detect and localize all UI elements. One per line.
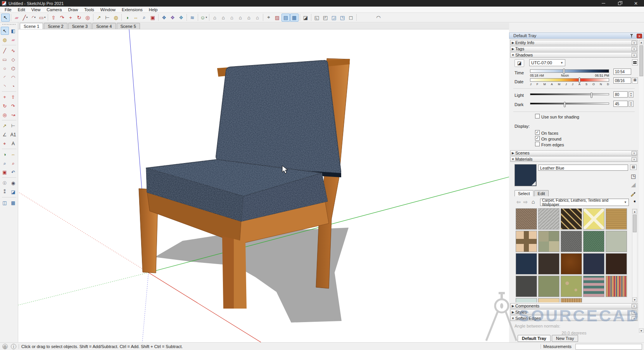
position-camera-tool[interactable]: ☉: [1, 179, 9, 187]
right-view-tool[interactable]: ⌂: [236, 14, 245, 22]
paint-bucket-tool[interactable]: ◍: [1, 36, 9, 44]
tape-measure-tool[interactable]: ↗: [95, 14, 103, 22]
panel-close-icon[interactable]: x: [632, 151, 637, 155]
pan-tool[interactable]: ⇔: [9, 150, 17, 158]
swatch-wallpaper-blue-scroll[interactable]: [516, 298, 537, 302]
push-pull-tool[interactable]: ⇧: [9, 93, 17, 101]
panel-close-icon[interactable]: x: [632, 316, 637, 321]
dropdown-caret-icon[interactable]: ▾: [26, 16, 28, 19]
time-value-field[interactable]: 10:54: [613, 69, 631, 75]
swatch-fabric-stripe-tan[interactable]: [561, 298, 582, 302]
date-value-field[interactable]: 08/16: [613, 77, 631, 84]
swatch-fabric-olive[interactable]: [538, 276, 559, 297]
two-point-arc-tool[interactable]: ◠: [9, 73, 17, 81]
text-tool[interactable]: A1: [9, 130, 17, 139]
previous-view-tool[interactable]: ↶: [9, 168, 17, 176]
swatch-leather-dark-brown[interactable]: [538, 253, 559, 275]
circle-tool[interactable]: ○: [1, 64, 9, 72]
swatch-tapestry-cross[interactable]: [516, 231, 537, 252]
look-at-tool[interactable]: ⌖: [264, 14, 273, 22]
menu-tools[interactable]: Tools: [81, 7, 97, 12]
zoom-window-tool[interactable]: ⌕: [9, 159, 17, 167]
pin-icon[interactable]: [630, 34, 634, 38]
select-tool[interactable]: ↖: [1, 27, 9, 35]
toggle-shadows-button[interactable]: ◪: [515, 59, 524, 67]
menu-extensions[interactable]: Extensions: [119, 7, 146, 12]
walk-tool[interactable]: ⁑: [1, 188, 9, 196]
toolbar-drag-handle[interactable]: [2, 24, 16, 25]
3d-text-tool[interactable]: A: [9, 139, 17, 148]
section-display-tool[interactable]: ◫: [1, 199, 9, 207]
protractor-tool[interactable]: ∠: [1, 130, 9, 139]
materials-scrollbar[interactable]: ▲ ▼: [632, 209, 637, 302]
scroll-up-icon[interactable]: ▲: [632, 209, 637, 214]
zoom-extents-tool[interactable]: ▣: [1, 168, 9, 176]
user-account-tool[interactable]: ☺▾: [199, 14, 208, 22]
dropdown-caret-icon[interactable]: ▾: [34, 16, 36, 19]
dark-spinner[interactable]: ▲▼: [628, 101, 634, 107]
section-plane-tool[interactable]: ◪: [9, 188, 17, 196]
show-details-button[interactable]: [632, 59, 638, 65]
shadow-settings-tool[interactable]: ◪: [301, 14, 310, 22]
panel-entity-info[interactable]: ▶ Entity Info x: [510, 40, 638, 45]
3d-warehouse-tool[interactable]: ❖: [160, 14, 168, 22]
menu-help[interactable]: Help: [146, 7, 161, 12]
material-preview[interactable]: [515, 164, 537, 186]
swatch-fabric-floral-rows[interactable]: [583, 276, 604, 297]
look-around-tool[interactable]: ◉: [9, 179, 17, 187]
minimize-button[interactable]: [595, 0, 611, 7]
date-slider[interactable]: [530, 78, 609, 82]
light-spinner[interactable]: ▲▼: [628, 91, 634, 98]
swatch-carpet-tile-sage[interactable]: [538, 231, 559, 252]
swatch-wallpaper-yellow-cross[interactable]: [583, 208, 604, 230]
swatch-leather-espresso[interactable]: [606, 253, 627, 275]
make-component-tool[interactable]: ◧: [9, 27, 17, 35]
menu-draw[interactable]: Draw: [65, 7, 81, 12]
subtract-tool[interactable]: ◲: [330, 14, 338, 22]
material-category-select[interactable]: Carpet, Fabrics, Leathers, Textiles and …: [540, 199, 629, 206]
tray-tab-default-tray[interactable]: Default Tray: [518, 335, 551, 342]
home-icon[interactable]: ⌂: [532, 199, 535, 205]
tray-title-bar[interactable]: Default Tray x: [509, 33, 644, 39]
swatch-carpet-gray-loop[interactable]: [538, 208, 559, 230]
panel-shadows[interactable]: ▼ Shadows x: [510, 52, 638, 58]
extension-warehouse-tool[interactable]: ❖: [168, 14, 177, 22]
rotate-tool[interactable]: ↻: [75, 14, 83, 22]
restore-button[interactable]: [611, 0, 628, 7]
x-ray-tool[interactable]: ▨: [273, 14, 281, 22]
trim-tool[interactable]: ◳: [338, 14, 347, 22]
scroll-down-icon[interactable]: ▼: [632, 297, 637, 302]
panel-components[interactable]: ▶ Components x: [510, 303, 638, 309]
timeTrack-handle[interactable]: [563, 69, 565, 74]
darkTrack-handle[interactable]: [564, 102, 566, 107]
help-info-icon[interactable]: i: [11, 344, 16, 349]
swatch-carpet-diamond-brown[interactable]: [561, 208, 582, 230]
swatch-carpet-tan-tweed[interactable]: [516, 208, 537, 230]
zoom-tool[interactable]: ⌕: [1, 159, 9, 167]
measurements-input[interactable]: [575, 344, 642, 350]
light-value-field[interactable]: 80: [613, 91, 628, 98]
dark-value-field[interactable]: 45: [613, 101, 628, 107]
menu-window[interactable]: Window: [97, 7, 119, 12]
model-viewport[interactable]: [18, 29, 509, 342]
rotated-rectangle-tool[interactable]: ◇: [9, 55, 17, 63]
back-cushion[interactable]: [216, 60, 341, 175]
calendar-icon[interactable]: ▦: [632, 77, 638, 84]
on-faces-checkbox[interactable]: ✓: [535, 130, 540, 135]
back-view-tool[interactable]: ⌂: [245, 14, 253, 22]
dateTrack-handle[interactable]: [578, 77, 580, 83]
panel-soften-edges[interactable]: ▼ Soften Edges x: [510, 316, 638, 321]
weld-tool[interactable]: ↝: [9, 111, 17, 119]
offset-tool[interactable]: ◎: [1, 111, 9, 119]
forward-arrow-icon[interactable]: ⇨: [523, 199, 528, 205]
rectangle-tool[interactable]: ▭▾: [38, 14, 47, 22]
from-edges-checkbox[interactable]: [535, 142, 540, 146]
tape-measure-tool[interactable]: ↗: [1, 122, 9, 130]
arc-tool[interactable]: ◜: [1, 73, 9, 81]
menu-view[interactable]: View: [28, 7, 44, 12]
panel-scenes[interactable]: ▶ Scenes x: [510, 150, 638, 156]
materials-tab-select[interactable]: Select: [515, 190, 534, 196]
create-material-icon[interactable]: ◳: [630, 173, 637, 180]
move-tool[interactable]: +: [66, 14, 75, 22]
panel-styles[interactable]: ▶ Styles x: [510, 309, 638, 315]
